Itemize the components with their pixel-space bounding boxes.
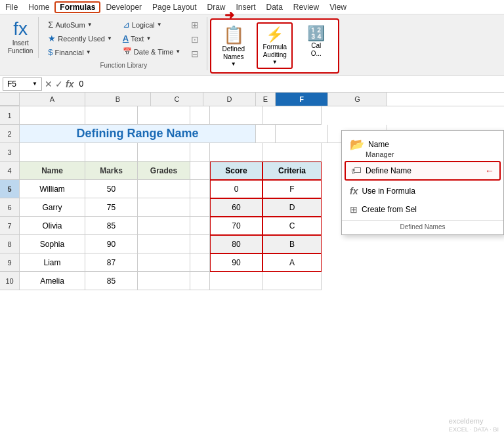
logical-dropdown[interactable]: ▼ (157, 22, 162, 28)
cell-reference-box[interactable]: F5 ▼ (3, 77, 42, 91)
cell-e7[interactable] (190, 217, 210, 235)
cell-c1[interactable] (85, 106, 138, 125)
cell-d7-grades[interactable] (138, 217, 190, 235)
cell-g10[interactable] (262, 272, 322, 290)
cell-f10[interactable] (210, 272, 262, 290)
cell-f1[interactable] (210, 106, 262, 125)
date-time-dropdown[interactable]: ▼ (175, 49, 180, 55)
cell-c8-marks[interactable]: 90 (85, 235, 138, 253)
cell-d9-grades[interactable] (138, 253, 190, 272)
autosum-dropdown[interactable]: ▼ (87, 22, 93, 28)
cell-c5-marks[interactable]: 50 (85, 180, 138, 198)
cell-b9-name[interactable]: Liam (20, 253, 85, 272)
cell-f9-score[interactable]: 90 (210, 253, 262, 272)
insert-function-label[interactable]: InsertFunction (8, 39, 33, 55)
cell-d1[interactable] (138, 106, 190, 125)
cell-e9[interactable] (190, 253, 210, 272)
cell-f3[interactable] (210, 143, 262, 162)
cell-score-header[interactable]: Score (210, 162, 262, 180)
recently-used-button[interactable]: ★ Recently Used ▼ (45, 32, 114, 45)
cell-f5-score[interactable]: 0 (210, 180, 262, 198)
title-cell[interactable]: Defining Range Name (20, 125, 256, 143)
cell-b3[interactable] (20, 143, 85, 162)
formula-auditing-dropdown[interactable]: ▼ (272, 59, 278, 65)
cell-b8-name[interactable]: Sophia (20, 235, 85, 253)
cell-f8-score[interactable]: 80 (210, 235, 262, 253)
cell-e4[interactable] (190, 162, 210, 180)
cell-b1[interactable] (20, 106, 85, 125)
cell-e5[interactable] (190, 180, 210, 198)
cell-g1[interactable] (262, 106, 322, 125)
cell-e1[interactable] (190, 106, 210, 125)
cell-g8-criteria[interactable]: B (262, 235, 322, 253)
menu-review[interactable]: Review (288, 1, 324, 13)
menu-view[interactable]: View (324, 1, 352, 13)
cell-e8[interactable] (190, 235, 210, 253)
menu-file[interactable]: File (0, 1, 23, 13)
cell-g7-criteria[interactable]: C (262, 217, 322, 235)
cell-c6-marks[interactable]: 75 (85, 198, 138, 217)
cell-f2[interactable] (276, 125, 328, 143)
logical-button[interactable]: ⊿ Logical ▼ (120, 18, 183, 31)
insert-function-group: fx InsertFunction (3, 17, 39, 58)
menu-page-layout[interactable]: Page Layout (147, 1, 201, 13)
cell-d5-grades[interactable] (138, 180, 190, 198)
cell-e6[interactable] (190, 198, 210, 217)
menu-formulas[interactable]: Formulas (54, 1, 100, 13)
recently-used-dropdown[interactable]: ▼ (107, 35, 112, 41)
cell-grades-header[interactable]: Grades (138, 162, 190, 180)
cell-f7-score[interactable]: 70 (210, 217, 262, 235)
menu-home[interactable]: Home (23, 1, 54, 13)
more-functions-3[interactable]: ⊟ (188, 47, 201, 60)
cell-f6-score[interactable]: 60 (210, 198, 262, 217)
financial-dropdown[interactable]: ▼ (86, 49, 91, 55)
defined-names-dropdown[interactable]: ▼ (231, 61, 236, 67)
defined-names-button[interactable]: 📋 DefinedNames ▼ (215, 22, 251, 70)
formula-input[interactable] (76, 79, 501, 89)
cell-e10[interactable] (190, 272, 210, 290)
calculate-button[interactable]: 🔢 CalO... (298, 22, 334, 60)
menu-developer[interactable]: Developer (100, 1, 147, 13)
cell-g9-criteria[interactable]: A (262, 253, 322, 272)
more-functions-1[interactable]: ⊞ (188, 18, 201, 32)
formula-confirm-icon[interactable]: ✓ (55, 79, 63, 89)
cell-c9-marks[interactable]: 87 (85, 253, 138, 272)
cell-d3[interactable] (138, 143, 190, 162)
cell-d10-grades[interactable] (138, 272, 190, 290)
cell-b7-name[interactable]: Olivia (20, 217, 85, 235)
date-time-button[interactable]: 📅 Date & Time ▼ (120, 46, 183, 57)
define-name-item[interactable]: 🏷 Define Name ← (345, 161, 501, 181)
cell-g6-criteria[interactable]: D (262, 198, 322, 217)
formula-auditing-button[interactable]: ⚡ FormulaAuditing ▼ (257, 22, 293, 69)
text-dropdown[interactable]: ▼ (146, 35, 151, 41)
cell-c7-marks[interactable]: 85 (85, 217, 138, 235)
cell-e3[interactable] (190, 143, 210, 162)
cell-b10-name[interactable]: Amelia (20, 272, 85, 290)
cell-b5-name[interactable]: William (20, 180, 85, 198)
cell-criteria-header[interactable]: Criteria (262, 162, 322, 180)
cell-d8-grades[interactable] (138, 235, 190, 253)
text-button[interactable]: A Text ▼ (120, 32, 183, 45)
cell-e2[interactable] (256, 125, 276, 143)
cell-ref-dropdown[interactable]: ▼ (32, 81, 37, 87)
create-from-selection-item[interactable]: ⊞ Create from Sel (342, 200, 503, 219)
more-fn-icon-3: ⊟ (191, 49, 199, 59)
more-functions-2[interactable]: ⊡ (188, 33, 201, 46)
cell-name-header[interactable]: Name (20, 162, 85, 180)
cell-marks-header[interactable]: Marks (85, 162, 138, 180)
formula-cancel-icon[interactable]: ✕ (45, 79, 52, 89)
cell-c10-marks[interactable]: 85 (85, 272, 138, 290)
financial-button[interactable]: $ Financial ▼ (45, 46, 114, 58)
cell-c3[interactable] (85, 143, 138, 162)
cell-g3[interactable] (262, 143, 322, 162)
formula-fx-icon[interactable]: fx (66, 79, 74, 89)
menu-data[interactable]: Data (261, 1, 288, 13)
formula-bar: F5 ▼ ✕ ✓ fx (0, 76, 504, 93)
cell-d6-grades[interactable] (138, 198, 190, 217)
cell-b6-name[interactable]: Garry (20, 198, 85, 217)
use-in-formula-item[interactable]: fx Use in Formula (342, 182, 503, 200)
col-header-b: B (85, 93, 151, 106)
cell-g5-criteria[interactable]: F (262, 180, 322, 198)
autosum-button[interactable]: Σ AutoSum ▼ (45, 18, 114, 31)
menu-insert[interactable]: Insert (230, 1, 261, 13)
